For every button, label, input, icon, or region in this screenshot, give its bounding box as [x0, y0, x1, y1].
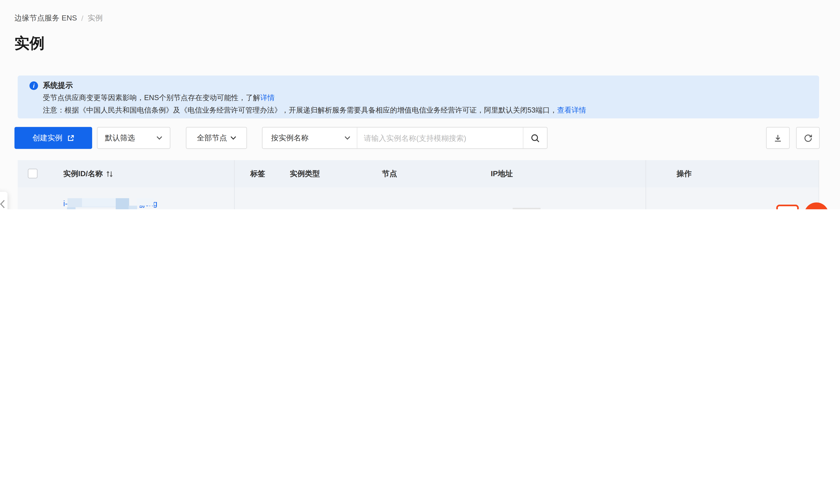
column-divider	[234, 160, 234, 209]
filter-select-label: 默认筛选	[105, 133, 135, 143]
download-icon	[773, 134, 782, 142]
search-type-select[interactable]: 按实例名称	[263, 127, 357, 148]
system-notice: i 系统提示 受节点供应商变更等因素影响，ENS个别节点存在变动可能性，了解详情…	[18, 76, 819, 119]
col-header-tag: 标签	[250, 160, 265, 187]
notice-line-1: 受节点供应商变更等因素影响，ENS个别节点存在变动可能性，了解详情	[43, 93, 819, 103]
ip-cell: 私网:12	[491, 187, 545, 209]
chevron-down-icon	[344, 136, 350, 140]
table-row: i- gj6xg q X86计算 郑州电信 私网:12 详情 重启 远程连接	[18, 187, 819, 209]
instance-type-cell: X86计算	[290, 187, 318, 209]
redaction-block	[67, 207, 76, 209]
page-title: 实例	[15, 33, 44, 54]
search-type-label: 按实例名称	[271, 133, 309, 143]
breadcrumb: 边缘节点服务 ENS / 实例	[15, 13, 103, 23]
redaction-block	[116, 198, 129, 209]
instance-id-link[interactable]: i-	[63, 199, 67, 208]
instance-id-prefix: i-	[63, 199, 67, 208]
column-divider	[646, 160, 646, 209]
table-header: 实例ID/名称 标签 实例类型 节点 IP地址 操作	[18, 160, 819, 187]
create-instance-label: 创建实例	[33, 133, 62, 143]
tag-cell[interactable]	[248, 187, 258, 209]
row-actions: 详情 重启 远程连接	[677, 187, 761, 209]
chevron-down-icon	[230, 136, 236, 140]
col-header-id-label: 实例ID/名称	[63, 169, 103, 179]
notice-line-2: 注意：根据《中国人民共和国电信条例》及《电信业务经营许可管理办法》，开展递归解析…	[43, 105, 819, 115]
chevron-down-icon	[156, 136, 162, 140]
ens-instances-page: 边缘节点服务 ENS / 实例 实例 i 系统提示 受节点供应商变更等因素影响，…	[0, 0, 840, 209]
refresh-icon	[803, 133, 812, 143]
more-actions-kebab-button[interactable]	[776, 205, 799, 209]
search-icon	[530, 133, 540, 143]
col-header-node: 节点	[382, 160, 397, 187]
redaction-block	[129, 206, 137, 209]
create-instance-button[interactable]: 创建实例	[15, 127, 92, 149]
redaction-block	[137, 198, 154, 206]
search-bar: 按实例名称	[262, 127, 548, 149]
filter-select[interactable]: 默认筛选	[97, 127, 171, 149]
notice-line2-link[interactable]: 查看详情	[557, 106, 586, 114]
refresh-button[interactable]	[796, 127, 820, 149]
download-button[interactable]	[766, 127, 790, 149]
col-header-ip: IP地址	[491, 160, 513, 187]
sort-icon[interactable]	[106, 170, 113, 178]
breadcrumb-separator: /	[81, 14, 83, 23]
notice-line2-text: 注意：根据《中国人民共和国电信条例》及《电信业务经营许可管理办法》，开展递归解析…	[43, 106, 557, 114]
node-cell: 郑州电信	[382, 187, 412, 209]
notice-line1-link[interactable]: 详情	[260, 94, 275, 102]
chevron-left-icon	[0, 200, 5, 209]
col-header-id[interactable]: 实例ID/名称	[63, 160, 113, 187]
node-select-label: 全部节点	[197, 133, 227, 143]
notice-line1-text: 受节点供应商变更等因素影响，ENS个别节点存在变动可能性，了解	[43, 94, 260, 102]
info-icon: i	[29, 82, 38, 90]
col-header-ops: 操作	[677, 160, 692, 187]
node-select[interactable]: 全部节点	[186, 127, 247, 149]
search-button[interactable]	[523, 127, 547, 148]
redaction-block	[513, 208, 540, 209]
collapse-panel-button[interactable]	[0, 192, 7, 209]
search-input[interactable]	[357, 127, 523, 148]
external-link-icon	[67, 134, 74, 142]
select-all-checkbox[interactable]	[28, 169, 37, 178]
notice-title: 系统提示	[43, 81, 73, 91]
breadcrumb-current: 实例	[88, 13, 103, 23]
breadcrumb-root[interactable]: 边缘节点服务 ENS	[15, 13, 77, 23]
col-header-type: 实例类型	[290, 160, 320, 187]
